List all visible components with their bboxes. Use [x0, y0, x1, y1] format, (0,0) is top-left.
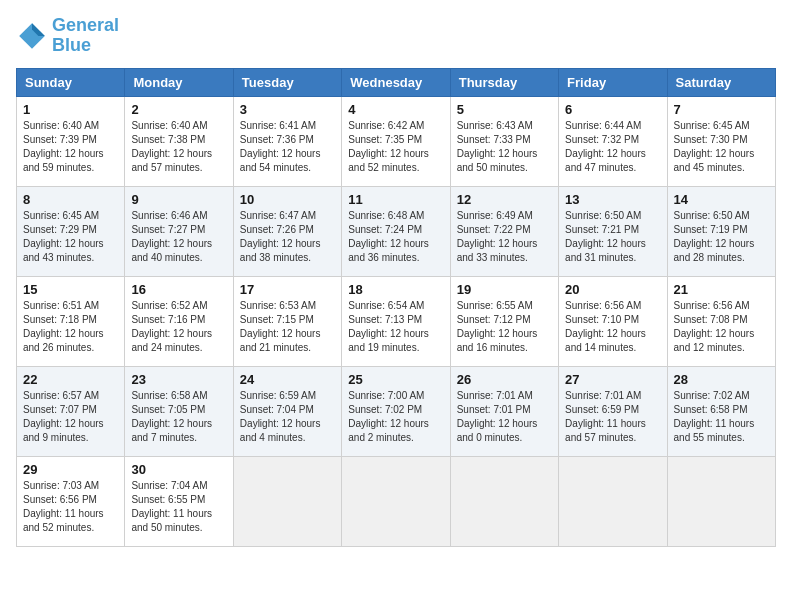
calendar-cell: 8 Sunrise: 6:45 AM Sunset: 7:29 PM Dayli…	[17, 186, 125, 276]
calendar-cell	[342, 456, 450, 546]
calendar-cell: 21 Sunrise: 6:56 AM Sunset: 7:08 PM Dayl…	[667, 276, 775, 366]
day-info: Sunrise: 6:56 AM Sunset: 7:10 PM Dayligh…	[565, 299, 660, 355]
day-number: 4	[348, 102, 443, 117]
day-number: 29	[23, 462, 118, 477]
day-number: 17	[240, 282, 335, 297]
calendar-table: SundayMondayTuesdayWednesdayThursdayFrid…	[16, 68, 776, 547]
day-number: 1	[23, 102, 118, 117]
day-number: 20	[565, 282, 660, 297]
day-number: 7	[674, 102, 769, 117]
calendar-cell: 11 Sunrise: 6:48 AM Sunset: 7:24 PM Dayl…	[342, 186, 450, 276]
weekday-header-tuesday: Tuesday	[233, 68, 341, 96]
day-number: 8	[23, 192, 118, 207]
weekday-header-friday: Friday	[559, 68, 667, 96]
weekday-header-saturday: Saturday	[667, 68, 775, 96]
day-number: 27	[565, 372, 660, 387]
logo-text: General Blue	[52, 16, 119, 56]
day-number: 18	[348, 282, 443, 297]
calendar-cell: 2 Sunrise: 6:40 AM Sunset: 7:38 PM Dayli…	[125, 96, 233, 186]
day-number: 19	[457, 282, 552, 297]
calendar-cell: 22 Sunrise: 6:57 AM Sunset: 7:07 PM Dayl…	[17, 366, 125, 456]
calendar-cell: 6 Sunrise: 6:44 AM Sunset: 7:32 PM Dayli…	[559, 96, 667, 186]
day-number: 6	[565, 102, 660, 117]
calendar-cell: 4 Sunrise: 6:42 AM Sunset: 7:35 PM Dayli…	[342, 96, 450, 186]
day-number: 26	[457, 372, 552, 387]
day-info: Sunrise: 6:59 AM Sunset: 7:04 PM Dayligh…	[240, 389, 335, 445]
day-number: 11	[348, 192, 443, 207]
day-info: Sunrise: 6:45 AM Sunset: 7:29 PM Dayligh…	[23, 209, 118, 265]
day-number: 21	[674, 282, 769, 297]
calendar-cell: 20 Sunrise: 6:56 AM Sunset: 7:10 PM Dayl…	[559, 276, 667, 366]
calendar-cell: 16 Sunrise: 6:52 AM Sunset: 7:16 PM Dayl…	[125, 276, 233, 366]
day-number: 2	[131, 102, 226, 117]
day-info: Sunrise: 6:40 AM Sunset: 7:39 PM Dayligh…	[23, 119, 118, 175]
day-number: 24	[240, 372, 335, 387]
calendar-cell: 17 Sunrise: 6:53 AM Sunset: 7:15 PM Dayl…	[233, 276, 341, 366]
calendar-cell	[450, 456, 558, 546]
page-header: General Blue	[16, 16, 776, 56]
day-number: 30	[131, 462, 226, 477]
calendar-cell	[233, 456, 341, 546]
day-info: Sunrise: 6:51 AM Sunset: 7:18 PM Dayligh…	[23, 299, 118, 355]
week-row-3: 15 Sunrise: 6:51 AM Sunset: 7:18 PM Dayl…	[17, 276, 776, 366]
weekday-header-sunday: Sunday	[17, 68, 125, 96]
day-number: 14	[674, 192, 769, 207]
day-info: Sunrise: 6:44 AM Sunset: 7:32 PM Dayligh…	[565, 119, 660, 175]
day-number: 15	[23, 282, 118, 297]
calendar-cell: 10 Sunrise: 6:47 AM Sunset: 7:26 PM Dayl…	[233, 186, 341, 276]
day-info: Sunrise: 6:40 AM Sunset: 7:38 PM Dayligh…	[131, 119, 226, 175]
calendar-cell: 30 Sunrise: 7:04 AM Sunset: 6:55 PM Dayl…	[125, 456, 233, 546]
day-info: Sunrise: 6:43 AM Sunset: 7:33 PM Dayligh…	[457, 119, 552, 175]
calendar-cell: 5 Sunrise: 6:43 AM Sunset: 7:33 PM Dayli…	[450, 96, 558, 186]
day-info: Sunrise: 6:50 AM Sunset: 7:21 PM Dayligh…	[565, 209, 660, 265]
day-number: 12	[457, 192, 552, 207]
day-number: 16	[131, 282, 226, 297]
day-info: Sunrise: 6:56 AM Sunset: 7:08 PM Dayligh…	[674, 299, 769, 355]
calendar-cell: 1 Sunrise: 6:40 AM Sunset: 7:39 PM Dayli…	[17, 96, 125, 186]
day-info: Sunrise: 7:03 AM Sunset: 6:56 PM Dayligh…	[23, 479, 118, 535]
day-info: Sunrise: 6:58 AM Sunset: 7:05 PM Dayligh…	[131, 389, 226, 445]
calendar-cell: 28 Sunrise: 7:02 AM Sunset: 6:58 PM Dayl…	[667, 366, 775, 456]
week-row-4: 22 Sunrise: 6:57 AM Sunset: 7:07 PM Dayl…	[17, 366, 776, 456]
day-number: 23	[131, 372, 226, 387]
day-info: Sunrise: 6:53 AM Sunset: 7:15 PM Dayligh…	[240, 299, 335, 355]
calendar-cell: 9 Sunrise: 6:46 AM Sunset: 7:27 PM Dayli…	[125, 186, 233, 276]
calendar-cell: 25 Sunrise: 7:00 AM Sunset: 7:02 PM Dayl…	[342, 366, 450, 456]
day-info: Sunrise: 6:48 AM Sunset: 7:24 PM Dayligh…	[348, 209, 443, 265]
calendar-cell: 15 Sunrise: 6:51 AM Sunset: 7:18 PM Dayl…	[17, 276, 125, 366]
calendar-cell: 29 Sunrise: 7:03 AM Sunset: 6:56 PM Dayl…	[17, 456, 125, 546]
day-info: Sunrise: 6:42 AM Sunset: 7:35 PM Dayligh…	[348, 119, 443, 175]
day-number: 25	[348, 372, 443, 387]
day-number: 5	[457, 102, 552, 117]
calendar-cell: 27 Sunrise: 7:01 AM Sunset: 6:59 PM Dayl…	[559, 366, 667, 456]
week-row-5: 29 Sunrise: 7:03 AM Sunset: 6:56 PM Dayl…	[17, 456, 776, 546]
day-info: Sunrise: 6:57 AM Sunset: 7:07 PM Dayligh…	[23, 389, 118, 445]
day-info: Sunrise: 7:01 AM Sunset: 6:59 PM Dayligh…	[565, 389, 660, 445]
weekday-header-wednesday: Wednesday	[342, 68, 450, 96]
calendar-cell: 7 Sunrise: 6:45 AM Sunset: 7:30 PM Dayli…	[667, 96, 775, 186]
day-info: Sunrise: 6:41 AM Sunset: 7:36 PM Dayligh…	[240, 119, 335, 175]
weekday-header-monday: Monday	[125, 68, 233, 96]
day-info: Sunrise: 6:47 AM Sunset: 7:26 PM Dayligh…	[240, 209, 335, 265]
day-info: Sunrise: 6:55 AM Sunset: 7:12 PM Dayligh…	[457, 299, 552, 355]
day-number: 28	[674, 372, 769, 387]
calendar-cell: 19 Sunrise: 6:55 AM Sunset: 7:12 PM Dayl…	[450, 276, 558, 366]
day-number: 3	[240, 102, 335, 117]
week-row-2: 8 Sunrise: 6:45 AM Sunset: 7:29 PM Dayli…	[17, 186, 776, 276]
logo-icon	[16, 20, 48, 52]
day-number: 22	[23, 372, 118, 387]
day-info: Sunrise: 6:50 AM Sunset: 7:19 PM Dayligh…	[674, 209, 769, 265]
day-number: 10	[240, 192, 335, 207]
day-info: Sunrise: 7:00 AM Sunset: 7:02 PM Dayligh…	[348, 389, 443, 445]
calendar-cell: 23 Sunrise: 6:58 AM Sunset: 7:05 PM Dayl…	[125, 366, 233, 456]
day-info: Sunrise: 7:02 AM Sunset: 6:58 PM Dayligh…	[674, 389, 769, 445]
day-info: Sunrise: 6:54 AM Sunset: 7:13 PM Dayligh…	[348, 299, 443, 355]
weekday-header-thursday: Thursday	[450, 68, 558, 96]
calendar-cell	[559, 456, 667, 546]
calendar-cell: 24 Sunrise: 6:59 AM Sunset: 7:04 PM Dayl…	[233, 366, 341, 456]
day-number: 9	[131, 192, 226, 207]
logo: General Blue	[16, 16, 119, 56]
day-info: Sunrise: 7:01 AM Sunset: 7:01 PM Dayligh…	[457, 389, 552, 445]
week-row-1: 1 Sunrise: 6:40 AM Sunset: 7:39 PM Dayli…	[17, 96, 776, 186]
calendar-cell: 18 Sunrise: 6:54 AM Sunset: 7:13 PM Dayl…	[342, 276, 450, 366]
